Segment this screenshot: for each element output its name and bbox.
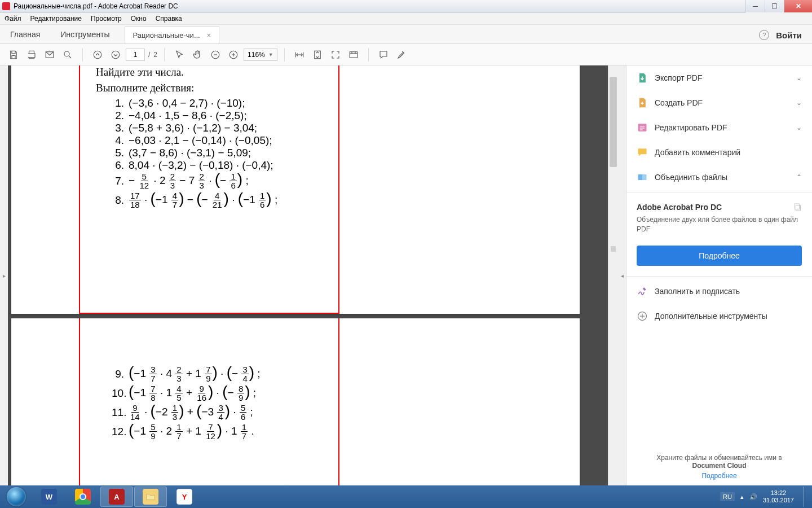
menu-view[interactable]: Просмотр	[91, 15, 122, 23]
problem-6: 8,04 · (−3,2) − (−0,18) · (−0,4);	[129, 160, 273, 170]
chevron-down-icon: ▼	[268, 52, 273, 58]
show-desktop-button[interactable]	[803, 487, 807, 507]
tool-more-tools[interactable]: Дополнительные инструменты	[626, 304, 812, 329]
app-icon	[2, 2, 10, 10]
promo-button[interactable]: Подробнее	[637, 246, 802, 266]
windows-orb-icon	[7, 487, 26, 506]
cloud-link[interactable]: Подробнее	[637, 472, 802, 480]
minimize-button[interactable]: ─	[745, 0, 765, 12]
tab-tools[interactable]: Инструменты	[50, 25, 120, 43]
problem-2: −4,04 · 1,5 − 8,6 · (−2,5);	[129, 110, 247, 121]
sign-icon	[637, 286, 648, 297]
scrollbar-thumb[interactable]	[610, 77, 617, 167]
tab-close-icon[interactable]: ×	[205, 32, 213, 40]
problem-4: −6,03 · 2,1 − (−0,14) · (−0,05);	[129, 135, 272, 146]
menu-bar: Файл Редактирование Просмотр Окно Справк…	[0, 12, 812, 25]
select-tool-icon[interactable]	[171, 47, 187, 63]
svg-rect-10	[642, 174, 647, 180]
taskbar-item-explorer[interactable]	[134, 487, 167, 507]
chevron-down-icon: ⌄	[796, 124, 802, 132]
export-pdf-icon	[637, 72, 648, 84]
read-mode-icon[interactable]	[346, 47, 361, 63]
tab-document[interactable]: Рациональные-чи... ×	[125, 27, 219, 43]
vertical-scrollbar[interactable]	[608, 65, 618, 485]
comment-icon	[637, 147, 648, 158]
fit-width-icon[interactable]	[292, 47, 307, 63]
tab-document-label: Рациональные-чи...	[133, 31, 200, 40]
cloud-promo: Храните файлы и обменивайтесь ими в Docu…	[626, 447, 812, 485]
document-viewport[interactable]: Найдите эти числа. Выполните действия: 1…	[8, 65, 608, 485]
fullscreen-icon[interactable]	[328, 47, 343, 63]
page-current-input[interactable]	[126, 49, 145, 61]
tab-home[interactable]: Главная	[0, 25, 50, 43]
tool-create-pdf[interactable]: Создать PDF ⌄	[626, 90, 812, 115]
chevron-down-icon: ⌄	[796, 99, 802, 107]
highlight-icon[interactable]	[394, 47, 409, 63]
promo-title: Adobe Acrobat Pro DC	[637, 203, 722, 212]
panel-expand-left-icon[interactable]: ▸	[0, 65, 8, 485]
start-button[interactable]	[1, 485, 32, 508]
tool-export-pdf[interactable]: Экспорт PDF ⌄	[626, 65, 812, 90]
fit-page-icon[interactable]	[310, 47, 325, 63]
tray-language[interactable]: RU	[720, 492, 735, 501]
tray-clock[interactable]: 13:22 31.03.2017	[763, 489, 794, 503]
page-up-icon[interactable]	[90, 47, 105, 63]
mail-icon[interactable]	[42, 47, 58, 63]
print-icon[interactable]	[24, 47, 39, 63]
problem-8: 8. 1718 · (−1 47) − (− 421) · (−1 16) ;	[112, 191, 277, 209]
tool-label: Заполнить и подписать	[655, 287, 740, 296]
help-icon[interactable]: ?	[759, 30, 769, 40]
signin-button[interactable]: Войти	[776, 30, 802, 40]
comment-icon[interactable]	[376, 47, 391, 63]
zoom-in-icon[interactable]	[226, 47, 241, 63]
tool-combine-files[interactable]: Объединить файлы ⌃	[626, 165, 812, 190]
tray-volume-icon[interactable]: 🔊	[749, 493, 757, 501]
tool-add-comment[interactable]: Добавить комментарий	[626, 140, 812, 165]
taskbar-item-acrobat[interactable]: A	[100, 487, 133, 507]
taskbar-item-yandex[interactable]: Y	[168, 487, 201, 507]
tray-chevron-up-icon[interactable]: ▴	[740, 493, 744, 501]
tab-bar: Главная Инструменты Рациональные-чи... ×…	[0, 25, 812, 44]
search-icon[interactable]	[60, 47, 76, 63]
svg-rect-12	[796, 205, 800, 211]
promo-text: Объединение двух или более файлов в один…	[637, 215, 802, 234]
close-button[interactable]: ✕	[784, 0, 812, 12]
zoom-out-icon[interactable]	[208, 47, 223, 63]
page-sep: /	[148, 51, 150, 59]
menu-file[interactable]: Файл	[5, 15, 21, 23]
doc-heading: Выполните действия:	[96, 82, 194, 93]
plus-circle-icon	[637, 310, 648, 322]
create-pdf-icon	[637, 97, 648, 108]
problem-7: 7. − 512 · 2 23 − 7 23 · (− 16) ;	[112, 172, 277, 190]
tool-fill-sign[interactable]: Заполнить и подписать	[626, 279, 812, 304]
combine-files-icon	[637, 172, 648, 183]
window-controls: ─ ☐ ✕	[745, 0, 812, 12]
toolbar: / 2 116%▼	[0, 44, 812, 65]
save-icon[interactable]	[6, 47, 21, 63]
tool-label: Объединить файлы	[655, 173, 727, 182]
main-area: ▸ Найдите эти числа. Выполните действия:…	[0, 65, 812, 485]
pdf-page-2: 9. (−1 37 · 4 23 + 1 79) · (− 34) ; 10. …	[11, 318, 580, 485]
tools-panel: Экспорт PDF ⌄ Создать PDF ⌄ Редактироват…	[626, 65, 812, 485]
zoom-select[interactable]: 116%▼	[244, 49, 277, 61]
svg-rect-9	[638, 174, 643, 180]
menu-help[interactable]: Справка	[156, 15, 182, 23]
panel-collapse-right-icon[interactable]: ◂	[618, 65, 626, 485]
problem-3: (−5,8 + 3,6) · (−1,2) − 3,04;	[129, 122, 257, 133]
menu-window[interactable]: Окно	[131, 15, 147, 23]
pdf-page-1: Найдите эти числа. Выполните действия: 1…	[11, 65, 580, 314]
menu-edit[interactable]: Редактирование	[30, 15, 82, 23]
doc-heading-prev: Найдите эти числа.	[96, 67, 184, 77]
system-tray: RU ▴ 🔊 13:22 31.03.2017	[720, 487, 811, 507]
tray-time: 13:22	[763, 489, 794, 497]
hand-tool-icon[interactable]	[189, 47, 205, 63]
page-down-icon[interactable]	[108, 47, 123, 63]
svg-point-2	[94, 51, 102, 59]
maximize-button[interactable]: ☐	[765, 0, 784, 12]
promo-block: Adobe Acrobat Pro DC Объединение двух ил…	[626, 195, 812, 238]
taskbar-item-word[interactable]: W	[33, 487, 65, 507]
document-area: ▸ Найдите эти числа. Выполните действия:…	[0, 65, 626, 485]
svg-rect-11	[795, 204, 799, 209]
tool-edit-pdf[interactable]: Редактировать PDF ⌄	[626, 115, 812, 140]
taskbar-item-chrome[interactable]	[67, 487, 99, 507]
